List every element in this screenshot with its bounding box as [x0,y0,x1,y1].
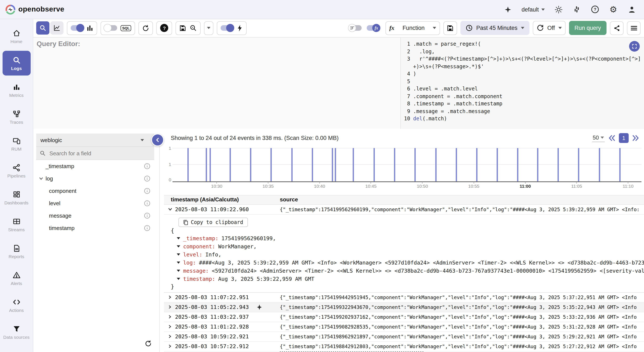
reset-filters-button[interactable] [139,21,153,35]
json-entry-message[interactable]: message:<5927d10fda24> <AdminServer> <Ti… [164,267,644,275]
info-icon[interactable] [144,175,150,182]
copy-to-clipboard-button[interactable]: Copy to clipboard [178,218,248,227]
field-item-component[interactable]: component [36,185,154,197]
page-size-select[interactable]: 50 [592,134,605,142]
events-histogram[interactable]: 110 10:3010:3510:4010:4510:5010:5511:001… [166,146,642,190]
chevron-right-icon[interactable] [168,334,172,339]
vrl-function-editor[interactable]: 1.match = parse_regex!(2 .log,3 r'^####<… [400,38,644,129]
json-entry-_timestamp[interactable]: _timestamp:1754199562960199, [164,234,644,242]
sidebar: HomeLogsMetricsTracesRUMPipelinesDashboa… [0,19,33,352]
chevron-right-icon[interactable] [168,344,172,348]
field-item-_timestamp[interactable]: _timestamp [36,160,154,172]
sidebar-item-traces[interactable]: Traces [2,105,30,129]
function-editor-toggle[interactable]: fx [367,25,380,31]
histogram-bar [619,148,620,181]
share-button[interactable] [610,21,624,35]
log-row[interactable]: 2025-08-03 11:05:22.943{"_timestamp":175… [164,302,644,312]
log-row[interactable]: 2025-08-03 10:57:22.912{"_timestamp":175… [164,342,644,351]
histogram-toggle[interactable] [71,25,84,31]
histogram-bar [456,148,457,181]
info-icon[interactable] [144,188,150,194]
sidebar-item-logs[interactable]: Logs [2,51,30,76]
sidebar-item-pipelines[interactable]: Pipelines [2,158,30,183]
account-icon[interactable] [627,5,636,14]
saved-search-dropdown[interactable] [204,21,214,35]
sidebar-item-metrics[interactable]: Metrics [2,78,30,102]
chevron-right-icon[interactable] [168,314,172,319]
info-icon[interactable] [144,163,150,169]
current-page[interactable]: 1 [619,133,629,143]
ai-sparkle-icon[interactable] [257,304,262,310]
logo[interactable]: openobserve [0,5,64,14]
collapse-fields-button[interactable] [151,133,164,146]
sidebar-item-alerts[interactable]: Alerts [2,266,30,291]
log-row[interactable]: 2025-08-03 11:07:22.951{"_timestamp":175… [164,293,644,302]
field-item-level[interactable]: level [36,197,154,210]
refresh-fields-button[interactable] [145,340,152,347]
theme-toggle-icon[interactable] [554,5,563,14]
function-dropdown[interactable]: fx Function [386,21,440,35]
sidebar-item-label: Home [10,39,22,44]
org-selector[interactable]: default [522,6,545,13]
first-page-button[interactable] [608,134,616,142]
field-item-message[interactable]: message [36,210,154,222]
chevron-right-icon[interactable] [168,295,172,299]
column-source[interactable]: source [280,196,298,203]
sidebar-item-reports[interactable]: Reports [2,239,30,264]
help-icon[interactable]: ? [590,5,600,14]
search-mode-button[interactable] [36,21,50,35]
histogram-bar [558,148,559,181]
sql-mode-toggle[interactable] [104,25,117,31]
log-row-expanded[interactable]: 2025-08-03 11:09:22.960 {"_timestamp":17… [164,205,644,215]
run-query-button[interactable]: Run query [569,21,606,35]
log-time: 2025-08-03 11:05:22.943 [175,304,249,310]
sidebar-item-rum[interactable]: RUM [2,131,30,156]
json-entry-component[interactable]: component:WorkManager, [164,242,644,250]
column-timestamp[interactable]: timestamp (Asia/Calcutta) [171,196,239,203]
histogram-bar [206,148,207,181]
sidebar-item-actions[interactable]: Actions [2,293,30,317]
json-value: ####<Aug 3, 2025 5:39:22,959 AM GMT> <In… [199,259,644,266]
last-page-button[interactable] [632,134,640,142]
json-entry-timestamp[interactable]: timestamp:Aug 3, 2025 5:39:22,959 AM GMT [164,275,644,283]
question-icon: ? [160,24,168,32]
more-menu-button[interactable] [627,21,640,35]
sidebar-item-dashboards[interactable]: Dashboards [2,185,30,210]
query-help-button[interactable]: ? [156,21,172,35]
sidebar-item-streams[interactable]: Streams [2,212,30,237]
json-entry-level[interactable]: level:Info, [164,250,644,259]
sidebar-item-home[interactable]: Home [2,24,30,49]
ai-sparkle-icon[interactable] [503,5,512,14]
save-search-icon[interactable] [180,25,186,31]
field-item-timestamp[interactable]: timestamp [36,222,154,234]
visualize-mode-button[interactable] [50,21,64,35]
stream-selector[interactable]: weblogic [36,133,154,147]
auto-refresh-dropdown[interactable]: Off [533,21,566,35]
field-item-log[interactable]: log [36,172,154,185]
field-search-input[interactable] [48,149,151,157]
save-function-button[interactable] [444,21,457,35]
chevron-down-icon[interactable] [39,176,44,181]
openobserve-app: openobserve default [0,0,644,352]
sidebar-item-data-sources[interactable]: Data sources [2,319,30,344]
search-history-icon[interactable] [190,24,197,32]
quick-mode-toggle[interactable] [221,25,234,31]
expand-editor-button[interactable] [629,41,640,52]
info-icon[interactable] [144,225,150,231]
time-range-picker[interactable]: Past 45 Minutes [460,21,530,35]
chevron-right-icon[interactable] [168,305,172,309]
json-entry-log[interactable]: log:####<Aug 3, 2025 5:39:22,959 AM GMT>… [164,259,644,267]
settings-gear-icon[interactable]: ⚙ [609,5,618,14]
x-tick-label: 10:55 [468,184,480,189]
json-close-brace: } [171,283,644,290]
log-row[interactable]: 2025-08-03 11:03:22.937{"_timestamp":175… [164,312,644,322]
info-icon[interactable] [144,213,150,219]
chevron-right-icon[interactable] [168,324,172,329]
wrap-lines-toggle[interactable] [349,25,362,31]
info-icon[interactable] [144,200,150,207]
chevron-down-icon[interactable] [168,207,172,212]
log-row[interactable]: 2025-08-03 11:01:22.928{"_timestamp":175… [164,322,644,332]
sidebar-item-iam[interactable]: IAM [2,346,30,352]
log-row[interactable]: 2025-08-03 10:59:22.921{"_timestamp":175… [164,332,644,342]
slack-icon[interactable] [572,5,582,14]
